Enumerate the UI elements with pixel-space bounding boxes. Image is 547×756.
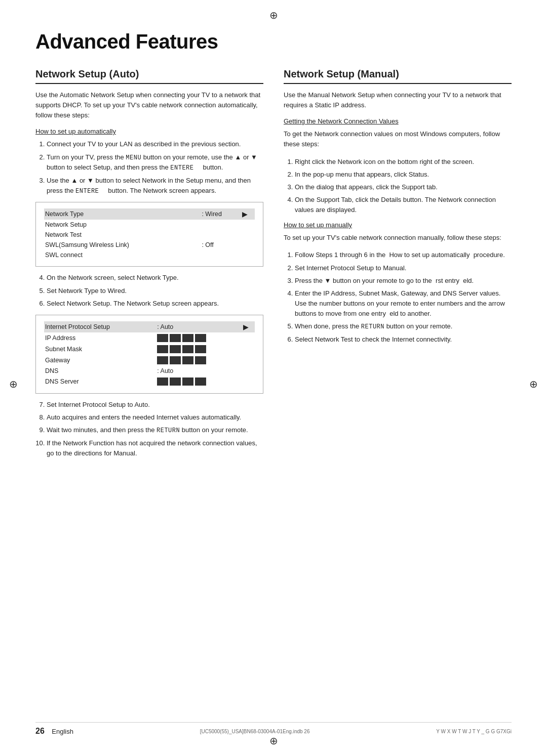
list-item: If the Network Function has not acquired… [47,438,263,458]
list-item: On the Support Tab, click the Details bu… [295,195,512,215]
dns-pixels [157,377,206,386]
cell-value [201,220,241,230]
getting-intro: To get the Network connection values on … [284,129,512,149]
page-number: 26 [35,727,45,735]
table-row: DNS : Auto [44,366,255,376]
cell-pixels [156,355,242,366]
gateway-pixels [157,356,206,364]
right-column: Network Setup (Manual) Use the Manual Ne… [284,68,512,351]
table-row: Network Type : Wired ▶ [44,208,255,220]
cell-arrow [241,230,255,240]
table-row: Network Setup [44,220,255,230]
cell-arrow [242,355,255,366]
compass-right-icon: ⊕ [529,378,538,390]
list-item: Connect your TV to your LAN as described… [47,139,263,149]
cell-arrow [242,332,255,344]
cell-label: DNS Server [44,376,156,387]
network-table-1: Network Type : Wired ▶ Network Setup Net… [44,208,255,260]
cell-label: SWL connect [44,250,201,260]
compass-bottom-icon: ⊕ [269,735,278,747]
auto-steps-3: Set Internet Protocol Setup to Auto. Aut… [35,400,263,458]
cell-label: Network Setup [44,220,201,230]
auto-steps-1: Connect your TV to your LAN as described… [35,139,263,196]
table-row: IP Address [44,332,255,344]
sub-heading-getting: Getting the Network Connection Values [284,117,512,125]
ip-pixels [157,334,206,342]
cell-pixels [156,332,242,344]
table-row: SWL connect [44,250,255,260]
footer-file-right: Y W X W T W J T Y _ G G G7XGi [436,729,512,734]
table-row: DNS Server [44,376,255,387]
getting-steps: Right click the Network icon on the bott… [284,157,512,216]
cell-arrow [242,376,255,387]
table-row: Subnet Mask [44,344,255,355]
right-intro: Use the Manual Network Setup when connec… [284,90,512,110]
compass-left-icon: ⊕ [9,378,18,390]
list-item: Right click the Network icon on the bott… [295,157,512,167]
manual-intro: To set up your TV's cable network connec… [284,233,512,243]
left-section-heading: Network Setup (Auto) [35,68,263,84]
cell-label: Network Type [44,208,201,220]
footer-left: 26 English [35,727,73,736]
list-item: Turn on your TV, press the MENU button o… [47,152,263,173]
list-item: Set Internet Protocol Setup to Auto. [47,400,263,410]
table-row: SWL(Samsung Wireless Link) : Off [44,240,255,250]
manual-steps: Follow Steps 1 through 6 in the How to s… [284,250,512,345]
left-column: Network Setup (Auto) Use the Automatic N… [35,68,263,465]
cell-value: : Wired [201,208,241,220]
network-box-2: Internet Protocol Setup : Auto ▶ IP Addr… [35,315,263,394]
cell-label: DNS [44,366,156,376]
list-item: On the dialog that appears, click the Su… [295,182,512,192]
cell-arrow: ▶ [241,208,255,220]
footer: 26 English [UC5000(55)_USA]BN68-03004A-0… [35,722,512,736]
table-row: Internet Protocol Setup : Auto ▶ [44,321,255,332]
list-item: Select Network Setup. The Network Setup … [47,299,263,309]
language-label: English [52,728,73,735]
list-item: On the Network screen, select Network Ty… [47,273,263,283]
list-item: Use the ▲ or ▼ button to select Network … [47,176,263,196]
cell-label: Gateway [44,355,156,366]
footer-file-left: [UC5000(55)_USA]BN68-03004A-01Eng.indb 2… [200,729,310,734]
cell-value: : Auto [156,321,242,332]
list-item: Enter the IP Address, Subnet Mask, Gatew… [295,288,512,319]
cell-label: IP Address [44,332,156,344]
cell-label: Network Test [44,230,201,240]
list-item: Set Internet Protocol Setup to Manual. [295,263,512,273]
network-table-2: Internet Protocol Setup : Auto ▶ IP Addr… [44,321,255,387]
cell-arrow [241,220,255,230]
cell-label: Internet Protocol Setup [44,321,156,332]
cell-value [201,250,241,260]
list-item: Select Network Test to check the Interne… [295,334,512,345]
left-intro: Use the Automatic Network Setup when con… [35,90,263,120]
list-item: Auto acquires and enters the needed Inte… [47,412,263,423]
cell-arrow: ▶ [242,321,255,332]
cell-label: Subnet Mask [44,344,156,355]
network-box-1: Network Type : Wired ▶ Network Setup Net… [35,202,263,267]
sub-heading-manual: How to set up manually [284,221,512,229]
table-row: Gateway [44,355,255,366]
cell-arrow [242,344,255,355]
list-item: Follow Steps 1 through 6 in the How to s… [295,250,512,260]
list-item: Wait two minutes, and then press the RET… [47,425,263,436]
page: ⊕ ⊕ ⊕ Advanced Features Network Setup (A… [0,0,547,756]
two-column-layout: Network Setup (Auto) Use the Automatic N… [35,68,512,465]
cell-value [201,230,241,240]
cell-pixels [156,344,242,355]
table-row: Network Test [44,230,255,240]
cell-value: : Auto [156,366,242,376]
cell-arrow [241,250,255,260]
cell-arrow [242,366,255,376]
right-section-heading: Network Setup (Manual) [284,68,512,84]
list-item: In the pop-up menu that appears, click S… [295,170,512,180]
page-title: Advanced Features [35,30,512,53]
list-item: Set Network Type to Wired. [47,286,263,296]
list-item: When done, press the RETURN button on yo… [295,321,512,332]
cell-pixels [156,376,242,387]
cell-value: : Off [201,240,241,250]
cell-label: SWL(Samsung Wireless Link) [44,240,201,250]
auto-steps-2: On the Network screen, select Network Ty… [35,273,263,308]
subnet-pixels [157,345,206,353]
compass-top-icon: ⊕ [269,9,278,21]
cell-arrow [241,240,255,250]
list-item: Press the ▼ button on your remote to go … [295,276,512,286]
